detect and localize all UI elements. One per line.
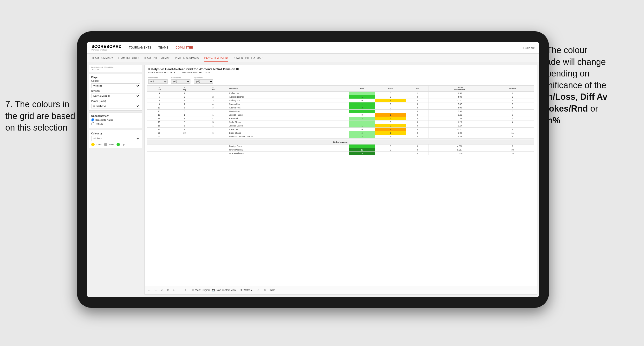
radio-top100-input[interactable]	[91, 122, 94, 125]
annotation-left: 7. The colours inthe grid are basedon th…	[5, 99, 85, 134]
expand-button[interactable]: ⤢	[256, 288, 260, 292]
cell-div: 15	[147, 121, 171, 124]
table-row: 3 1 1 Esther Lee 1 0 1 1.50 4	[147, 92, 534, 95]
gender-select[interactable]: Women's	[91, 83, 140, 88]
radio-opponents-played-input[interactable]	[91, 118, 94, 121]
cell-tie: 0	[406, 95, 428, 99]
col-opponent: Opponent	[228, 86, 349, 92]
cell-opponent: Sharon Mun	[228, 102, 349, 106]
cell-diff: 0.30	[428, 131, 491, 135]
overall-record: Overall Record: 353 - 34 - 6	[148, 71, 175, 74]
legend-row: Down Level Up	[91, 143, 140, 146]
cut-button[interactable]: ✂	[172, 288, 176, 292]
cell-loss: 0	[375, 145, 406, 148]
cell-rounds: 6	[491, 135, 534, 139]
cell-opponent: Foreign Team	[228, 145, 349, 148]
cell-diff: 4.500	[428, 145, 491, 148]
filter-opponents-select[interactable]: (All)	[148, 79, 168, 84]
cell-diff: 1.25	[428, 121, 491, 124]
table-row: 6 3 3 Sydney Kuo 0 1 0 -1.00 3	[147, 99, 534, 102]
cell-win: 1	[349, 102, 375, 106]
share-button[interactable]: Share	[269, 289, 275, 291]
cell-win: 1	[349, 110, 375, 113]
radio-top100-label: Top 100	[95, 123, 103, 125]
cell-div: 20	[147, 135, 171, 139]
cell-div: 14	[147, 117, 171, 121]
nav-committee[interactable]: COMMITTEE	[176, 42, 193, 53]
sec-nav-player-h2h-grid[interactable]: PLAYER H2H GRID	[204, 54, 228, 62]
cell-tie: 0	[406, 128, 428, 131]
opponent-view-label: Opponent view	[91, 115, 140, 117]
table-row: 10 6 3 Andrea York 2 0 0 4.00 4	[147, 106, 534, 110]
cell-opponent: Eunice Yi	[228, 117, 349, 121]
cell-rounds: 2	[491, 128, 534, 131]
radio-opponents-played: Opponents Played	[91, 118, 140, 121]
cell-loss: 2	[375, 124, 406, 128]
back-button[interactable]: ↩	[160, 288, 164, 292]
cell-opponent: Heejo Hyun	[228, 110, 349, 113]
cell-div: 6	[147, 99, 171, 102]
h2h-table: #Div #Reg #Conf Opponent Win Loss Tie Di…	[147, 85, 534, 155]
sec-nav-team-summary[interactable]: TEAM SUMMARY	[92, 55, 113, 61]
save-custom-view-button[interactable]: 💾 Save Custom View	[212, 289, 236, 291]
cell-loss: 0	[375, 102, 406, 106]
cell-reg: 8	[171, 121, 198, 124]
cell-loss: 0	[375, 148, 406, 152]
cell-conf: 3	[198, 106, 228, 110]
col-div: #Div	[147, 86, 171, 92]
filter-opponent-select[interactable]: (All)	[194, 79, 213, 84]
legend-up-dot	[116, 143, 120, 146]
nav-tournaments[interactable]: TOURNAMENTS	[129, 42, 151, 53]
save-custom-label: Save Custom View	[216, 289, 236, 291]
table-row: 13 1 1 Jessica Huang 0 1 0 -3.00 2	[147, 113, 534, 117]
cell-conf: 1	[198, 124, 228, 128]
cell-tie: 0	[406, 145, 428, 148]
cell-div: 11	[147, 110, 171, 113]
grid2-button[interactable]: ⊞	[262, 288, 267, 292]
division-select[interactable]: NCAA Division III	[91, 94, 140, 98]
player-rank-select[interactable]: 8. Katelyn Vo	[91, 104, 140, 108]
redo-button[interactable]: ↪	[153, 288, 158, 292]
filter-conference-select[interactable]: (All)	[171, 79, 190, 84]
cell-win: 0	[349, 128, 375, 131]
cell-reg: 2	[171, 128, 198, 131]
cell-rounds: 2	[491, 145, 534, 148]
separator-3	[254, 288, 254, 293]
sec-nav-player-h2h-heatmap[interactable]: PLAYER H2H HEATMAP	[233, 55, 262, 61]
cell-win: 1	[349, 124, 375, 128]
cell-loss: 0	[375, 110, 406, 113]
filter-conference-label: Conference	[171, 77, 190, 79]
nav-teams[interactable]: TEAMS	[158, 42, 168, 53]
grid-button[interactable]: ⊞	[166, 288, 170, 292]
cell-diff: 4.00	[428, 106, 491, 110]
cell-div: 5	[147, 95, 171, 99]
watch-button[interactable]: 👁 Watch ▾	[240, 289, 252, 291]
view-original-button[interactable]: 👁 View: Original	[192, 289, 210, 291]
cell-div: 20	[147, 131, 171, 135]
table-row: NCAA Division 2 5 0 0 7.400 10	[147, 152, 534, 155]
cell-win: 0	[349, 99, 375, 102]
sec-nav-team-h2h-heatmap[interactable]: TEAM H2H HEATMAP	[144, 55, 170, 61]
cell-tie: 1	[406, 92, 428, 95]
cell-diff: -5.00	[428, 128, 491, 131]
cell-reg: 10	[171, 131, 198, 135]
cell-conf: 5	[198, 121, 228, 124]
cell-tie: 0	[406, 99, 428, 102]
player-label: Player	[91, 76, 140, 79]
undo-button[interactable]: ↩	[147, 288, 152, 292]
main-content: Last Updated: 27/03/2024 16:55:38 Player…	[87, 62, 539, 297]
nav-sign-out[interactable]: | Sign out	[524, 46, 534, 49]
colour-by-select[interactable]: Win/loss	[91, 136, 140, 141]
table-row: 11 5 1 Heejo Hyun 1 0 0 3.33 3	[147, 110, 534, 113]
tablet-frame: SCOREBOARD Powered by clippd TOURNAMENTS…	[77, 31, 549, 308]
cell-loss: 1	[375, 128, 406, 131]
sec-nav-team-h2h-grid[interactable]: TEAM H2H GRID	[118, 55, 139, 61]
col-rounds: Rounds	[491, 86, 534, 92]
table-row: 16 3 1 Jessica Mason 1 2 0 -0.94	[147, 124, 534, 128]
dot-button[interactable]: ·	[178, 288, 182, 292]
refresh-button[interactable]: ⟳	[184, 288, 188, 292]
cell-opponent: NAIA Division 1	[228, 148, 349, 152]
cell-win: 2	[349, 135, 375, 139]
sec-nav-player-summary[interactable]: PLAYER SUMMARY	[175, 55, 200, 61]
cell-reg: 1	[171, 92, 198, 95]
